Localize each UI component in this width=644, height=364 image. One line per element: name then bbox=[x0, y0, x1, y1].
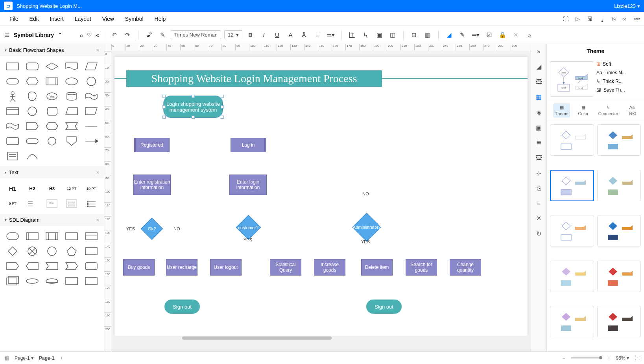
shape-hex2[interactable] bbox=[43, 120, 61, 132]
shape-shield[interactable] bbox=[63, 135, 80, 147]
image-icon[interactable]: 🖼 bbox=[536, 78, 542, 85]
shape-pill2[interactable] bbox=[24, 135, 41, 147]
node-search-goods[interactable]: Search for goods bbox=[406, 259, 437, 276]
library-icon[interactable]: ☰ bbox=[5, 32, 10, 38]
node-user-recharge[interactable]: User recharge bbox=[166, 259, 197, 276]
sdl-shape[interactable] bbox=[63, 230, 80, 243]
grid-icon[interactable]: ▦ bbox=[536, 93, 542, 101]
flowchart-title[interactable]: Shopping Website Login Management Proces… bbox=[126, 70, 382, 87]
shape-cylinder[interactable] bbox=[63, 90, 80, 103]
format-icon[interactable]: ✎ bbox=[157, 30, 168, 40]
section-text[interactable]: ▾ Text × bbox=[0, 166, 104, 178]
shape-rounded[interactable] bbox=[24, 60, 41, 73]
horizontal-scrollbar[interactable] bbox=[111, 336, 531, 340]
shape-trapezoid2[interactable] bbox=[83, 105, 100, 118]
node-enter-reg[interactable]: Enter registration information bbox=[133, 175, 171, 195]
shape-diamond[interactable] bbox=[43, 60, 61, 73]
menu-edit[interactable]: Edit bbox=[24, 13, 44, 24]
underline-button[interactable]: U bbox=[272, 30, 282, 40]
sdl-shape[interactable] bbox=[43, 260, 61, 272]
glasses-icon[interactable]: 👓 bbox=[633, 16, 640, 22]
expand-icon[interactable]: » bbox=[537, 48, 541, 55]
history-icon[interactable]: ↻ bbox=[536, 230, 541, 237]
close-icon[interactable]: × bbox=[96, 47, 99, 53]
shape-tape[interactable] bbox=[83, 90, 100, 103]
node-stat-query[interactable]: Statistical Query bbox=[270, 259, 301, 276]
shape-blob[interactable] bbox=[24, 90, 41, 103]
theme-item-selected[interactable] bbox=[550, 170, 594, 201]
tab-connector[interactable]: ↳Connector bbox=[597, 103, 620, 118]
theme-item[interactable] bbox=[597, 306, 641, 337]
menu-insert[interactable]: Insert bbox=[44, 13, 69, 24]
lock-button[interactable]: 🔒 bbox=[498, 30, 508, 40]
node-start[interactable]: Login shopping website management system bbox=[164, 96, 223, 118]
shape-circle2[interactable] bbox=[24, 105, 41, 118]
fill-tool-icon[interactable]: ◢ bbox=[537, 63, 541, 70]
bold-button[interactable]: B bbox=[245, 30, 256, 40]
theme-connector[interactable]: ↳ Thick R... bbox=[596, 79, 641, 84]
sdl-shape[interactable] bbox=[63, 245, 80, 257]
export-icon[interactable]: ⎘ bbox=[537, 185, 541, 192]
theme-item[interactable] bbox=[550, 215, 594, 246]
shape-pentagon[interactable] bbox=[24, 120, 41, 132]
zoom-level[interactable]: 95% ▾ bbox=[616, 355, 629, 361]
export-icon[interactable]: ⎘ bbox=[612, 16, 615, 22]
shape-rounded2[interactable] bbox=[4, 135, 21, 147]
tab-text[interactable]: AaText bbox=[626, 103, 637, 118]
sdl-shape[interactable] bbox=[4, 230, 21, 243]
node-customer[interactable]: customer? bbox=[236, 215, 261, 240]
align-objects-button[interactable]: ⊟ bbox=[409, 30, 419, 40]
shape-document[interactable] bbox=[63, 60, 80, 73]
font-select[interactable]: Times New Roman bbox=[171, 30, 221, 39]
menu-help[interactable]: Help bbox=[149, 13, 172, 24]
text-box-button[interactable]: 🅃 bbox=[347, 30, 358, 40]
sdl-shape[interactable] bbox=[83, 275, 100, 287]
save-icon[interactable]: 🖫 bbox=[587, 16, 592, 22]
gallery-icon[interactable]: 🖾 bbox=[536, 154, 542, 162]
node-buy-goods[interactable]: Buy goods bbox=[123, 259, 155, 276]
group-button[interactable]: ▣ bbox=[374, 30, 384, 40]
shape-card[interactable] bbox=[4, 105, 21, 118]
menu-layout[interactable]: Layout bbox=[69, 13, 97, 24]
undo-button[interactable]: ↶ bbox=[109, 30, 119, 40]
shape-rect[interactable] bbox=[4, 60, 21, 73]
shape-parallelogram[interactable] bbox=[83, 60, 100, 73]
shape-hexagon[interactable] bbox=[24, 75, 41, 88]
line-color-button[interactable]: ✎ bbox=[458, 30, 468, 40]
font-size-select[interactable]: 12 ▾ bbox=[224, 30, 242, 39]
data-icon[interactable]: ≣ bbox=[536, 139, 541, 147]
sdl-shape[interactable] bbox=[63, 275, 80, 287]
text-multi[interactable] bbox=[24, 197, 41, 210]
sdl-shape[interactable] bbox=[43, 230, 61, 243]
section-sdl[interactable]: ▾ SDL Diagram × bbox=[0, 214, 104, 226]
canvas[interactable]: Shopping Website Login Management Proces… bbox=[114, 57, 528, 340]
text-list[interactable] bbox=[63, 197, 80, 210]
zoom-out-button[interactable]: − bbox=[563, 355, 565, 361]
search-icon[interactable]: ⌕ bbox=[80, 32, 83, 38]
theme-item[interactable] bbox=[597, 215, 641, 246]
heart-icon[interactable]: ♡ bbox=[87, 32, 92, 38]
redo-button[interactable]: ↷ bbox=[122, 30, 133, 40]
sdl-shape[interactable] bbox=[4, 245, 21, 257]
search-toolbar-icon[interactable]: ⌕ bbox=[524, 30, 535, 40]
download-icon[interactable]: ⭳ bbox=[600, 16, 605, 22]
theme-item[interactable] bbox=[550, 306, 594, 337]
edit-button[interactable]: ☑ bbox=[484, 30, 495, 40]
symbol-library-label[interactable]: Symbol Library bbox=[14, 32, 54, 38]
shape-pill[interactable] bbox=[4, 75, 21, 88]
text-box[interactable]: Text bbox=[43, 197, 61, 210]
tools-button[interactable]: ✕ bbox=[511, 30, 521, 40]
theme-item[interactable] bbox=[597, 261, 641, 292]
pages-icon[interactable]: ▥ bbox=[5, 355, 9, 361]
shape-arc[interactable] bbox=[24, 150, 41, 162]
node-change-qty[interactable]: Change quantity bbox=[450, 259, 481, 276]
theme-item[interactable] bbox=[597, 124, 641, 156]
shape-yes-circle[interactable]: Yes bbox=[43, 90, 61, 103]
sdl-shape[interactable] bbox=[83, 260, 100, 272]
zoom-slider[interactable] bbox=[571, 357, 602, 358]
node-login[interactable]: Log in bbox=[231, 138, 266, 152]
sdl-shape[interactable] bbox=[24, 230, 41, 243]
node-ok[interactable]: Ok? bbox=[141, 218, 163, 240]
theme-item[interactable] bbox=[597, 170, 641, 201]
shape-hex3[interactable] bbox=[63, 120, 80, 132]
